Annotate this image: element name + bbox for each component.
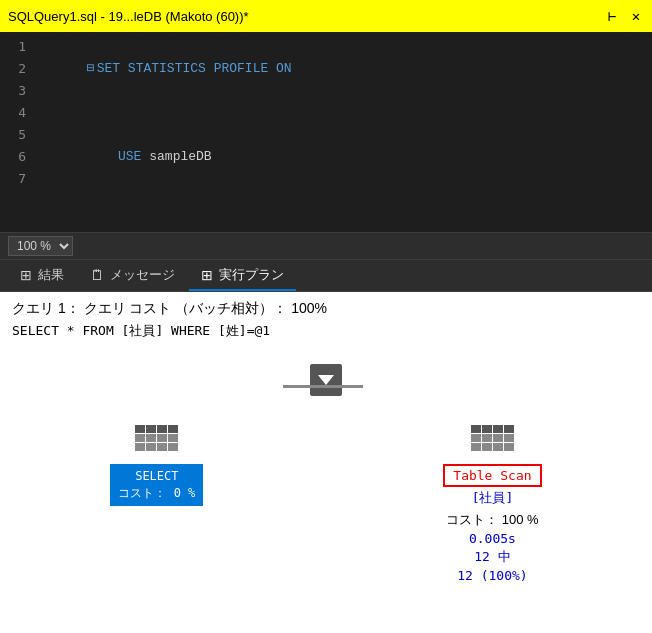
- results-icon: ⊞: [20, 267, 32, 283]
- messages-icon: 🗒: [90, 267, 104, 283]
- grid-cell: [504, 443, 514, 451]
- horizontal-scrollbar[interactable]: [81, 240, 644, 252]
- close-button[interactable]: ✕: [628, 8, 644, 24]
- code-line-1: ⊟SET STATISTICS PROFILE ON: [40, 36, 652, 102]
- grid-cell: [157, 443, 167, 451]
- select-badge: SELECT コスト： 0 %: [110, 464, 203, 506]
- line-num-6: 6: [0, 146, 26, 168]
- zoom-select[interactable]: 100 %: [8, 236, 73, 256]
- line-numbers: 1 2 3 4 5 6 7: [0, 32, 32, 232]
- line-num-4: 4: [0, 102, 26, 124]
- tab-messages-label: メッセージ: [110, 266, 175, 284]
- code-line-2: [40, 102, 652, 124]
- line-num-3: 3: [0, 80, 26, 102]
- plan-icon: ⊞: [201, 267, 213, 283]
- grid-cell: [471, 425, 481, 433]
- connector-line: [283, 385, 363, 388]
- tab-plan-label: 実行プラン: [219, 266, 284, 284]
- grid-cell: [157, 425, 167, 433]
- table-scan-text: Table Scan: [453, 468, 531, 483]
- grid-cell: [482, 425, 492, 433]
- grid-cell: [146, 443, 156, 451]
- grid-cell: [146, 434, 156, 442]
- query-sql-text: SELECT * FROM [社員] WHERE [姓]=@1: [12, 322, 640, 340]
- grid-cell: [157, 434, 167, 442]
- table-name-label: [社員]: [472, 489, 514, 507]
- grid-cell: [482, 434, 492, 442]
- line-num-1: 1: [0, 36, 26, 58]
- grid-cell: [168, 434, 178, 442]
- line-num-7: 7: [0, 168, 26, 190]
- select-node: SELECT コスト： 0 %: [110, 416, 203, 506]
- grid-cell: [146, 425, 156, 433]
- grid-cell: [504, 425, 514, 433]
- grid-cell: [471, 443, 481, 451]
- table-scan-label-box: Table Scan: [443, 464, 541, 487]
- grid-cell: [482, 443, 492, 451]
- tab-results[interactable]: ⊞ 結果: [8, 260, 76, 291]
- table-icon-box: [466, 416, 518, 460]
- line-num-5: 5: [0, 124, 26, 146]
- grid-cell: [493, 434, 503, 442]
- grid-cell: [135, 425, 145, 433]
- code-editor[interactable]: 1 2 3 4 5 6 7 ⊟SET STATISTICS PROFILE ON…: [0, 32, 652, 232]
- collapse-icon[interactable]: ⊟: [87, 61, 95, 76]
- grid-cell: [504, 434, 514, 442]
- grid-cell: [493, 443, 503, 451]
- table-scan-node: Table Scan [社員] コスト： 100 % 0.005s 12 中 1…: [443, 416, 541, 585]
- grid-cell: [135, 443, 145, 451]
- zoom-bar: 100 %: [0, 232, 652, 260]
- grid-cell: [493, 425, 503, 433]
- select-icon-box: [131, 416, 183, 460]
- grid-cell: [471, 434, 481, 442]
- select-cost: コスト： 0 %: [118, 485, 195, 502]
- table-time-label: 0.005s: [469, 531, 516, 546]
- code-line-5: SELECT * FROM 社員 WHERE 姓 = 'Aoki': [40, 212, 652, 232]
- tab-messages[interactable]: 🗒 メッセージ: [78, 260, 187, 291]
- tab-execution-plan[interactable]: ⊞ 実行プラン: [189, 260, 296, 291]
- window-title: SQLQuery1.sql - 19...leDB (Makoto (60))*: [8, 9, 596, 24]
- query-cost-header: クエリ 1： クエリ コスト （バッチ相対）： 100%: [12, 300, 640, 318]
- grid-cell: [168, 443, 178, 451]
- pin-button[interactable]: ⊢: [604, 8, 620, 24]
- code-line-3: USE sampleDB: [40, 124, 652, 190]
- table-grid-icon: [471, 425, 514, 451]
- tab-bar: ⊞ 結果 🗒 メッセージ ⊞ 実行プラン: [0, 260, 652, 292]
- table-actual-rows: 12 (100%): [457, 568, 527, 583]
- grid-icon: [135, 425, 178, 451]
- results-panel: クエリ 1： クエリ コスト （バッチ相対）： 100% SELECT * FR…: [0, 292, 652, 633]
- line-num-2: 2: [0, 58, 26, 80]
- code-text[interactable]: ⊟SET STATISTICS PROFILE ON USE sampleDB …: [32, 32, 652, 232]
- arrow-down-icon: [310, 364, 342, 396]
- table-cost-label: コスト： 100 %: [446, 511, 538, 529]
- title-bar: SQLQuery1.sql - 19...leDB (Makoto (60))*…: [0, 0, 652, 32]
- grid-cell: [168, 425, 178, 433]
- code-line-4: [40, 190, 652, 212]
- table-rows-label: 12 中: [474, 548, 510, 566]
- tab-results-label: 結果: [38, 266, 64, 284]
- plan-nodes: SELECT コスト： 0 %: [110, 416, 541, 585]
- grid-cell: [135, 434, 145, 442]
- select-label: SELECT: [118, 468, 195, 485]
- execution-plan-area: SELECT コスト： 0 %: [12, 356, 640, 593]
